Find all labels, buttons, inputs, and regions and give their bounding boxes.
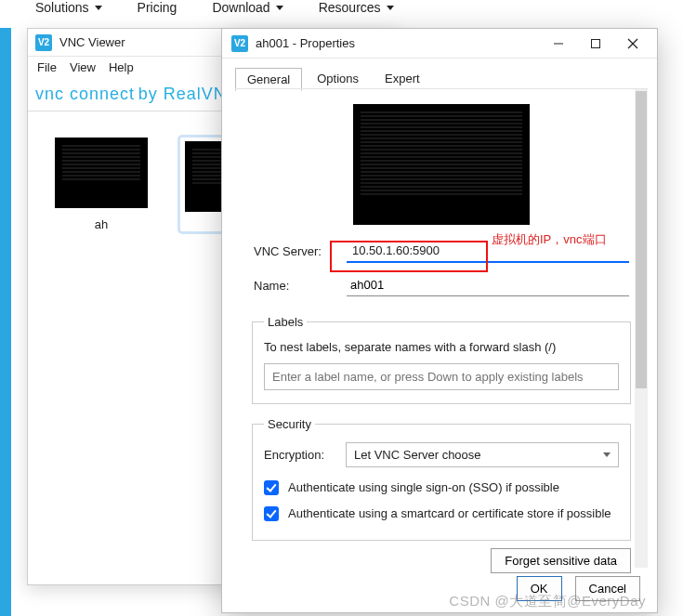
nav-download[interactable]: Download <box>212 0 282 15</box>
connection-preview <box>235 89 648 234</box>
properties-title: ah001 - Properties <box>256 36 540 50</box>
smartcard-label: Authenticate using a smartcard or certif… <box>288 506 611 520</box>
encryption-select[interactable]: Let VNC Server choose <box>346 442 619 467</box>
connection-thumb[interactable]: ah <box>50 138 152 231</box>
nav-solutions[interactable]: Solutions <box>35 0 102 15</box>
security-fieldset: Security Encryption: Let VNC Server choo… <box>252 417 631 541</box>
labels-input[interactable] <box>264 363 619 390</box>
nav-pricing[interactable]: Pricing <box>138 0 177 15</box>
site-nav: Solutions Pricing Download Resources <box>0 0 683 22</box>
nav-resources[interactable]: Resources <box>319 0 394 15</box>
maximize-button[interactable] <box>577 31 614 57</box>
checkbox-checked-icon[interactable] <box>264 506 279 521</box>
scrollbar-track[interactable] <box>635 89 648 568</box>
ok-button[interactable]: OK <box>517 576 562 601</box>
terminal-thumbnail-icon <box>55 138 148 208</box>
vnc-server-label: VNC Server: <box>254 244 339 258</box>
dialog-buttons: OK Cancel <box>517 576 640 601</box>
brand-logo: vnc connect by RealVNC <box>35 85 240 104</box>
forget-sensitive-button[interactable]: Forget sensitive data <box>491 548 631 573</box>
security-legend: Security <box>264 417 315 431</box>
annotation-text: 虚拟机的IP，vnc端口 <box>492 231 607 248</box>
terminal-preview-icon <box>353 104 530 225</box>
properties-dialog: V2 ah001 - Properties General Options Ex… <box>221 28 658 613</box>
smartcard-checkbox-row[interactable]: Authenticate using a smartcard or certif… <box>264 501 619 527</box>
encryption-label: Encryption: <box>264 448 338 462</box>
annotation-box <box>330 241 488 272</box>
cancel-button[interactable]: Cancel <box>575 576 640 601</box>
labels-hint: To nest labels, separate names with a fo… <box>264 340 619 354</box>
properties-tabs: General Options Expert <box>222 59 657 91</box>
sso-checkbox-row[interactable]: Authenticate using single sign-on (SSO) … <box>264 475 619 501</box>
close-button[interactable] <box>614 31 651 57</box>
vnc-viewer-title: VNC Viewer <box>59 35 125 49</box>
chevron-down-icon <box>95 6 102 10</box>
sso-label: Authenticate using single sign-on (SSO) … <box>288 480 559 494</box>
menu-file[interactable]: File <box>37 60 57 74</box>
chevron-down-icon <box>387 6 394 10</box>
chevron-down-icon <box>603 452 611 457</box>
checkbox-checked-icon[interactable] <box>264 480 279 495</box>
properties-titlebar[interactable]: V2 ah001 - Properties <box>222 29 657 59</box>
svg-rect-1 <box>592 39 600 47</box>
menu-help[interactable]: Help <box>109 60 134 74</box>
minimize-button[interactable] <box>540 31 577 57</box>
connection-label: ah <box>95 217 108 231</box>
labels-legend: Labels <box>264 315 307 329</box>
vnc-logo-icon: V2 <box>35 34 52 51</box>
chevron-down-icon <box>276 6 283 10</box>
name-input[interactable] <box>347 274 629 296</box>
menu-view[interactable]: View <box>70 60 96 74</box>
name-label: Name: <box>254 279 339 293</box>
properties-body: VNC Server: 10.50.1.60:5900 Name: Labels… <box>235 88 648 568</box>
vnc-logo-icon: V2 <box>231 35 248 52</box>
page-left-accent <box>0 28 11 616</box>
labels-fieldset: Labels To nest labels, separate names wi… <box>252 315 631 404</box>
